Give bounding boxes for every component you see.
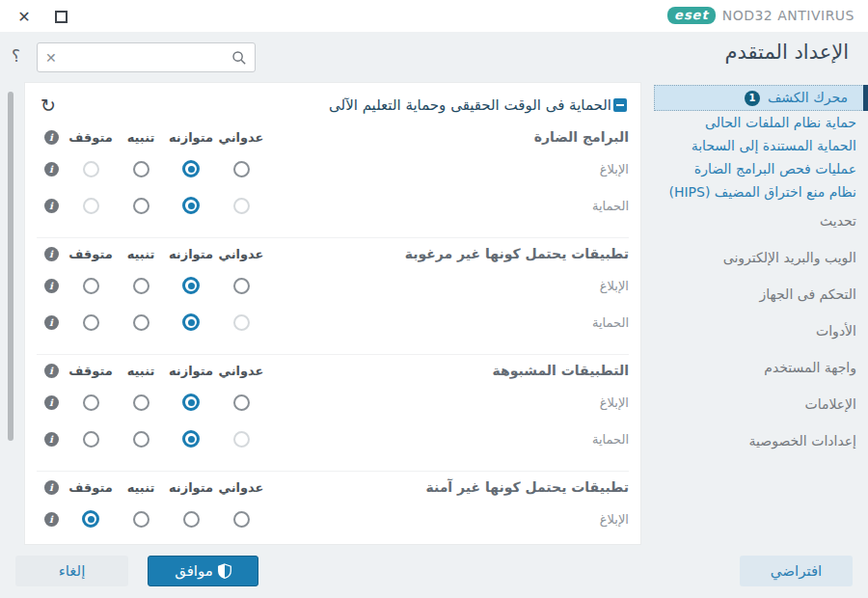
eset-advanced-setup-window: { "titlebar": { "close_icon": "✕", "prod…: [0, 0, 868, 598]
close-icon[interactable]: ✕: [14, 6, 35, 27]
info-icon[interactable]: i: [44, 512, 59, 527]
revert-to-default-icon[interactable]: ↻: [37, 96, 60, 115]
column-header-cautious: تنبيه: [127, 130, 155, 145]
column-header-off: متوقف: [68, 247, 113, 261]
radio-aggressive[interactable]: [233, 278, 250, 294]
radio-off[interactable]: [82, 510, 99, 528]
radio-off[interactable]: [83, 394, 99, 411]
default-button[interactable]: افتراضي: [740, 556, 853, 586]
radio-balanced[interactable]: [182, 277, 200, 294]
section-potentially-unsafe: i متوقف تنبيه متوازنه عدواني تطبيقات يحت…: [37, 471, 629, 537]
section-malware: i متوقف تنبيه متوازنه عدواني البرامج الض…: [37, 123, 629, 224]
info-icon[interactable]: i: [44, 432, 59, 447]
radio-balanced[interactable]: [182, 160, 200, 177]
sidebar-item-label: محرك الكشف: [768, 86, 848, 110]
setting-row-protection: i الحماية: [37, 187, 629, 224]
category-title: تطبيقات يحتمل كونها غير آمنة: [266, 479, 629, 495]
sidebar-item-web-email[interactable]: الويب والبريد الإلكترونى: [654, 246, 868, 269]
sidebar-item-privacy-settings[interactable]: إعدادات الخصوصية: [654, 429, 868, 452]
sidebar-item-hips[interactable]: نظام منع اختراق المضيف (HIPS): [654, 180, 868, 204]
titlebar: ✕ eset NOD32 ANTIVIRUS: [0, 0, 868, 32]
category-title: تطبيقات يحتمل كونها غير مرغوبة: [266, 246, 629, 261]
section-header: i متوقف تنبيه متوازنه عدواني تطبيقات يحت…: [37, 474, 629, 501]
row-label: الإبلاغ: [266, 512, 629, 527]
radio-balanced[interactable]: [182, 313, 200, 331]
radio-aggressive[interactable]: [233, 161, 250, 177]
eset-logo-icon: eset: [667, 7, 716, 24]
radio-cautious[interactable]: [133, 278, 149, 294]
sidebar-item-detection-engine[interactable]: محرك الكشف 1: [654, 85, 868, 111]
column-header-cautious: تنبيه: [127, 247, 155, 261]
column-header-balanced: متوازنه: [169, 247, 213, 261]
column-header-off: متوقف: [68, 130, 113, 145]
row-label: الإبلاغ: [266, 395, 629, 410]
radio-off[interactable]: [83, 431, 99, 448]
section-header: i متوقف تنبيه متوازنه عدواني تطبيقات يحت…: [37, 240, 629, 267]
column-header-aggressive: عدواني: [219, 247, 264, 261]
sidebar-item-tools[interactable]: الأدوات: [654, 319, 868, 342]
radio-off[interactable]: [83, 161, 99, 177]
info-icon[interactable]: i: [44, 315, 59, 330]
radio-aggressive[interactable]: [233, 198, 250, 214]
radio-cautious[interactable]: [133, 394, 149, 411]
radio-balanced[interactable]: [182, 430, 200, 448]
vertical-scrollbar[interactable]: [8, 92, 14, 441]
setting-row-reporting: i الإبلاغ: [37, 501, 629, 537]
section-potentially-unwanted: i متوقف تنبيه متوازنه عدواني تطبيقات يحت…: [37, 237, 629, 340]
radio-cautious[interactable]: [133, 431, 149, 448]
radio-balanced[interactable]: [183, 511, 200, 528]
category-title: البرامج الضارة: [266, 129, 629, 145]
radio-aggressive[interactable]: [233, 431, 250, 448]
info-icon[interactable]: i: [44, 199, 59, 213]
maximize-glyph: [55, 11, 68, 23]
search-clear-icon[interactable]: ✕: [38, 50, 65, 66]
radio-off[interactable]: [83, 198, 99, 214]
radio-off[interactable]: [83, 278, 99, 294]
collapse-icon[interactable]: [613, 98, 627, 112]
sidebar-item-malware-scans[interactable]: عمليات فحص البرامج الضارة: [654, 157, 868, 180]
column-header-off: متوقف: [68, 480, 113, 495]
panel-header: ↻ الحماية فى الوقت الحقيقى وحماية التعلي…: [37, 87, 629, 123]
product-name: NOD32 ANTIVIRUS: [722, 8, 854, 23]
row-label: الإبلاغ: [266, 279, 629, 293]
attention-badge: 1: [745, 91, 760, 106]
search-box: ✕: [37, 42, 256, 72]
info-icon[interactable]: i: [44, 364, 59, 378]
info-icon[interactable]: i: [44, 279, 59, 293]
info-icon[interactable]: i: [44, 130, 59, 145]
setting-row-reporting: i الإبلاغ: [37, 384, 629, 421]
info-icon[interactable]: i: [44, 395, 59, 410]
radio-aggressive[interactable]: [233, 314, 250, 331]
info-icon[interactable]: i: [44, 480, 59, 495]
radio-aggressive[interactable]: [233, 511, 250, 528]
row-label: الحماية: [266, 199, 629, 213]
row-label: الحماية: [266, 432, 629, 447]
sidebar-item-cloud-protection[interactable]: الحماية المستندة إلى السحابة: [654, 134, 868, 157]
sidebar-item-user-interface[interactable]: واجهة المستخدم: [654, 356, 868, 379]
radio-balanced[interactable]: [182, 197, 200, 214]
cancel-button[interactable]: إلغاء: [15, 556, 128, 586]
help-icon[interactable]: ؟: [12, 46, 20, 66]
search-icon[interactable]: [224, 50, 255, 66]
sidebar-item-notifications[interactable]: الإعلامات: [654, 393, 868, 416]
radio-cautious[interactable]: [133, 161, 149, 177]
info-icon[interactable]: i: [44, 247, 59, 261]
search-input[interactable]: [65, 43, 224, 71]
radio-cautious[interactable]: [133, 198, 149, 214]
sidebar-item-realtime-protection[interactable]: حماية نظام الملفات الحالى: [654, 111, 868, 134]
info-icon[interactable]: i: [44, 162, 59, 177]
sidebar-item-device-control[interactable]: التحكم فى الجهاز: [654, 283, 868, 306]
column-header-balanced: متوازنه: [169, 364, 213, 378]
maximize-icon[interactable]: [50, 6, 71, 27]
radio-off[interactable]: [83, 314, 99, 331]
setting-row-reporting: i الإبلاغ: [37, 267, 629, 304]
radio-cautious[interactable]: [133, 314, 149, 331]
column-header-cautious: تنبيه: [127, 364, 155, 378]
radio-aggressive[interactable]: [233, 394, 250, 411]
sidebar-item-update[interactable]: تحديث: [654, 209, 868, 232]
row-label: الإبلاغ: [266, 162, 629, 177]
ok-button[interactable]: موافق: [148, 556, 258, 586]
page-title: الإعداد المتقدم: [724, 41, 849, 64]
radio-balanced[interactable]: [182, 394, 200, 411]
radio-cautious[interactable]: [133, 511, 149, 528]
